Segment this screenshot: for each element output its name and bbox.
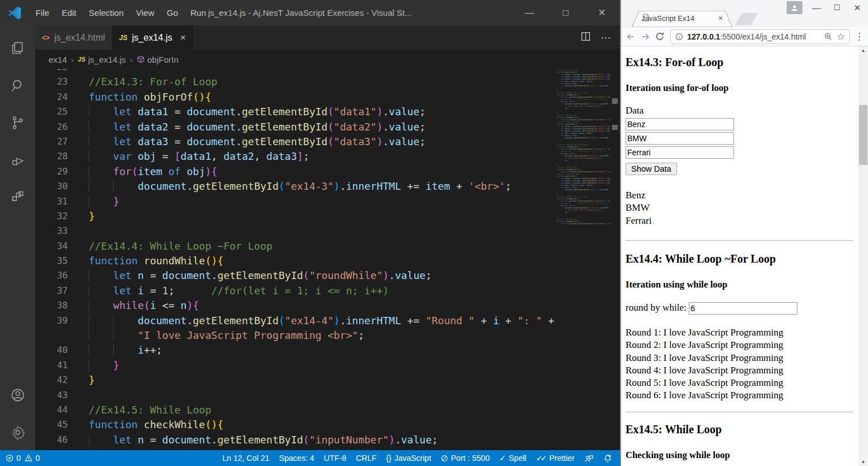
js-file-icon: JS bbox=[78, 56, 85, 63]
info-icon[interactable] bbox=[675, 33, 683, 41]
scroll-up-icon[interactable]: ▲ bbox=[858, 46, 868, 54]
round-while-input[interactable] bbox=[689, 302, 797, 315]
data-label: Data bbox=[626, 105, 853, 116]
tab-js-ex14-js[interactable]: JS js_ex14.js × bbox=[112, 25, 193, 50]
round-by-while-row: round by while: bbox=[626, 302, 853, 315]
data1-input[interactable] bbox=[626, 118, 734, 130]
browser-page-content: Ex14.3: For-of Loop Iteration using for-… bbox=[621, 46, 858, 466]
chevron-right-icon: › bbox=[130, 55, 133, 64]
code-line: 31 } bbox=[35, 194, 557, 209]
accounts-icon[interactable] bbox=[0, 380, 35, 410]
activity-bar bbox=[0, 25, 35, 450]
code-line: "I love JavaScript Programming <br>"; bbox=[35, 328, 557, 343]
extensions-icon[interactable] bbox=[0, 182, 35, 212]
code-line: 46 let n = document.getElementById("inpu… bbox=[35, 433, 557, 447]
tab-js-ex14-html[interactable]: <> js_ex14.html bbox=[35, 25, 112, 50]
code-line: 25 let data1 = document.getElementById("… bbox=[35, 104, 557, 119]
vscode-close-button[interactable]: ✕ bbox=[584, 7, 620, 19]
editor-more-actions-icon[interactable]: ⋯ bbox=[601, 32, 611, 44]
encoding[interactable]: UTF-8 bbox=[324, 454, 346, 463]
vscode-window: File Edit Selection View Go Run ⋯ js_ex1… bbox=[0, 0, 620, 466]
warnings-indicator[interactable]: 0 bbox=[24, 454, 40, 463]
prettier-status[interactable]: ✓✓Prettier bbox=[536, 454, 575, 463]
code-line: 33 bbox=[35, 224, 557, 238]
cursor-position[interactable]: Ln 12, Col 21 bbox=[223, 454, 270, 463]
circle-slash-icon bbox=[441, 455, 448, 462]
browser-minimize-button[interactable]: — bbox=[810, 3, 823, 12]
js-file-icon: JS bbox=[119, 34, 128, 42]
run-debug-icon[interactable] bbox=[0, 145, 35, 175]
breadcrumb-symbol[interactable]: objForIn bbox=[147, 55, 179, 64]
vscode-logo-icon bbox=[8, 6, 21, 20]
notifications-bell-icon[interactable] bbox=[604, 454, 612, 463]
back-icon[interactable] bbox=[626, 32, 636, 41]
new-tab-button[interactable] bbox=[735, 13, 758, 25]
browser-tab-close-icon[interactable]: × bbox=[718, 14, 723, 23]
browser-close-button[interactable]: ✕ bbox=[851, 3, 863, 13]
feedback-icon[interactable] bbox=[584, 454, 594, 463]
breadcrumb: ex14 › JS js_ex14.js › objForIn bbox=[35, 50, 620, 69]
vscode-titlebar: File Edit Selection View Go Run ⋯ js_ex1… bbox=[0, 0, 620, 25]
data2-input[interactable] bbox=[626, 132, 734, 145]
scrollbar-thumb[interactable] bbox=[859, 105, 867, 165]
search-icon[interactable] bbox=[0, 71, 35, 100]
indentation[interactable]: Spaces: 4 bbox=[279, 454, 314, 463]
forward-icon[interactable] bbox=[640, 32, 650, 41]
address-bar[interactable]: 127.0.0.1:5500/ex14/js_ex14.html ☆ bbox=[670, 29, 850, 44]
menu-more[interactable]: ⋯ bbox=[212, 8, 233, 18]
scroll-down-icon[interactable]: ▼ bbox=[858, 458, 868, 466]
ex3-output: Benz BMW Ferrari bbox=[626, 189, 853, 227]
errors-indicator[interactable]: 0 bbox=[6, 454, 21, 463]
ex3-heading: Ex14.3: For-of Loop bbox=[626, 56, 853, 69]
explorer-icon[interactable] bbox=[0, 33, 35, 63]
settings-gear-icon[interactable] bbox=[0, 417, 35, 447]
breadcrumb-folder[interactable]: ex14 bbox=[49, 55, 67, 64]
source-control-icon[interactable] bbox=[0, 108, 35, 137]
show-data-button[interactable]: Show Data bbox=[626, 163, 677, 175]
split-editor-icon[interactable] bbox=[581, 32, 591, 43]
browser-toolbar: 127.0.0.1:5500/ex14/js_ex14.html ☆ ⋮ bbox=[621, 27, 868, 46]
zoom-icon[interactable] bbox=[824, 32, 832, 41]
menu-go[interactable]: Go bbox=[160, 8, 184, 18]
tab-label: js_ex14.js bbox=[132, 33, 172, 43]
browser-scrollbar[interactable]: ▲ ▼ bbox=[858, 46, 868, 466]
code-line: 42} bbox=[35, 373, 557, 387]
eol-sequence[interactable]: CRLF bbox=[356, 454, 377, 463]
menu-edit[interactable]: Edit bbox=[55, 8, 83, 18]
code-editor[interactable]: 2223//Ex14.3: For-of Loop24function objF… bbox=[35, 69, 620, 450]
chevron-right-icon: › bbox=[71, 55, 74, 64]
data3-input[interactable] bbox=[626, 146, 734, 159]
code-line: 26 let data2 = document.getElementById("… bbox=[35, 120, 557, 134]
divider bbox=[626, 412, 853, 412]
breadcrumb-file[interactable]: js_ex14.js bbox=[88, 55, 126, 64]
vscode-minimize-button[interactable]: — bbox=[511, 7, 548, 19]
browser-maximize-button[interactable]: ☐ bbox=[831, 3, 843, 12]
round-line: Round 1: I love JavaScript Programming bbox=[626, 327, 783, 338]
spell-checker[interactable]: ✓Spell bbox=[500, 454, 527, 463]
editor-overview-ruler[interactable] bbox=[610, 69, 620, 450]
live-server-port[interactable]: Port : 5500 bbox=[441, 454, 490, 463]
ex4-output: Round 1: I love JavaScript ProgrammingRo… bbox=[626, 326, 853, 402]
browser-profile-avatar[interactable] bbox=[787, 1, 802, 14]
bookmark-star-icon[interactable]: ☆ bbox=[837, 31, 845, 42]
code-line: 34//Ex14.4: While Loop ~For Loop bbox=[35, 239, 557, 254]
menu-run[interactable]: Run bbox=[184, 8, 212, 18]
vscode-maximize-button[interactable]: ☐ bbox=[548, 8, 584, 18]
menu-view[interactable]: View bbox=[130, 8, 160, 18]
code-line: 32} bbox=[35, 209, 557, 224]
browser-window: JavaScript Ex14 × — ☐ ✕ bbox=[620, 0, 868, 466]
ex5-heading: Ex14.5: While Loop bbox=[626, 423, 853, 436]
code-line: 36 let n = document.getElementById("roun… bbox=[35, 268, 557, 283]
menu-selection[interactable]: Selection bbox=[83, 8, 130, 18]
reload-icon[interactable] bbox=[655, 32, 665, 41]
browser-menu-icon[interactable]: ⋮ bbox=[854, 31, 864, 42]
check-icon: ✓ bbox=[500, 454, 506, 463]
code-line: 23//Ex14.3: For-of Loop bbox=[35, 75, 557, 89]
code-line: 45function checkWhile(){ bbox=[35, 417, 557, 432]
language-mode[interactable]: {}JavaScript bbox=[386, 454, 431, 463]
code-line: 44//Ex14.5: While Loop bbox=[35, 403, 557, 417]
code-line: 38 while(i <= n){ bbox=[35, 298, 557, 313]
menu-file[interactable]: File bbox=[29, 8, 55, 18]
minimap[interactable]: //Ex14.3: For-of Loopfunction objForOf()… bbox=[557, 69, 610, 450]
tab-close-icon[interactable]: × bbox=[180, 32, 186, 43]
